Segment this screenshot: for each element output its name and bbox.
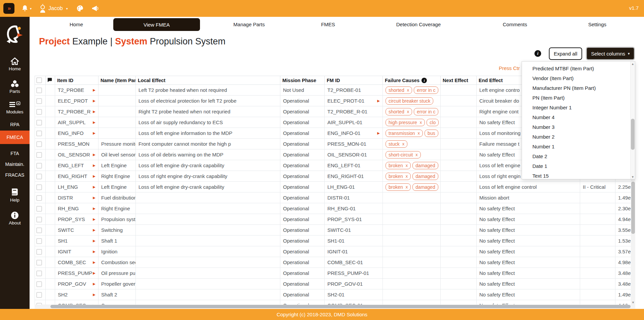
failure-cause-tag[interactable]: error in c: [414, 86, 438, 94]
tab-comments[interactable]: Comments: [503, 22, 527, 27]
announcements-button[interactable]: [91, 4, 100, 12]
row-checkbox[interactable]: [36, 260, 42, 265]
row-checkbox[interactable]: [36, 109, 42, 115]
expand-row-icon[interactable]: ▶: [93, 185, 95, 189]
sidebar-item-fta[interactable]: FTA: [0, 151, 30, 156]
dropdown-scrollbar-thumb[interactable]: [631, 119, 635, 150]
failure-cause-tag[interactable]: brokenx: [386, 162, 411, 169]
col-header-fm-id[interactable]: FM ID: [325, 76, 383, 85]
tab-view-fmea[interactable]: View FMEA: [113, 18, 200, 31]
column-option[interactable]: Number 4: [522, 112, 630, 122]
expand-row-icon[interactable]: ▶: [93, 174, 95, 178]
failure-cause-tag[interactable]: stuckx: [386, 140, 407, 148]
failure-cause-tag[interactable]: clo: [427, 119, 439, 126]
failure-cause-tag[interactable]: shortedx: [386, 108, 412, 115]
row-checkbox[interactable]: [36, 249, 42, 255]
expand-row-icon[interactable]: ▶: [93, 164, 95, 167]
tab-fmes[interactable]: FMES: [321, 22, 335, 27]
user-menu[interactable]: Jacob ▾: [39, 4, 68, 13]
expand-row-icon[interactable]: ▶: [93, 239, 95, 243]
row-checkbox[interactable]: [36, 174, 42, 179]
col-header-failure-causes[interactable]: Failure Causes i: [383, 76, 441, 85]
dropdown-scrollbar[interactable]: ▲ ▼: [630, 62, 635, 179]
remove-tag-icon[interactable]: x: [406, 163, 408, 168]
row-checkbox[interactable]: [36, 141, 42, 147]
row-checkbox[interactable]: [36, 152, 42, 158]
horizontal-scrollbar[interactable]: [35, 305, 635, 309]
row-checkbox[interactable]: [36, 120, 42, 126]
col-header-name[interactable]: Name (Item Part): [98, 76, 136, 85]
row-checkbox[interactable]: [36, 292, 42, 298]
sidebar-item-rpa[interactable]: RPA: [0, 122, 30, 127]
notifications-button[interactable]: ▾: [21, 4, 32, 12]
remove-tag-icon[interactable]: x: [407, 87, 409, 93]
expand-row-icon[interactable]: ▶: [93, 293, 95, 296]
expand-row-icon[interactable]: ▶: [93, 99, 95, 103]
column-option[interactable]: Date 2: [522, 151, 630, 161]
sidebar-item-modules[interactable]: Modules: [0, 101, 30, 114]
expand-row-icon[interactable]: ▶: [93, 217, 95, 221]
expand-row-icon[interactable]: ▶: [93, 260, 95, 264]
column-option[interactable]: Number 1: [522, 142, 630, 151]
row-checkbox[interactable]: [36, 195, 42, 201]
column-option[interactable]: PN (Item Part): [522, 93, 630, 103]
scroll-down-icon[interactable]: ▼: [631, 300, 635, 305]
failure-cause-tag[interactable]: circuit breaker stuck: [386, 97, 433, 105]
column-option[interactable]: Date 1: [522, 161, 630, 171]
remove-tag-icon[interactable]: x: [407, 109, 409, 114]
column-option[interactable]: Manufacturer PN (Item Part): [522, 83, 630, 93]
failure-cause-tag[interactable]: brokenx: [386, 183, 411, 191]
expand-row-icon[interactable]: ▶: [93, 207, 95, 210]
expand-row-icon[interactable]: ▶: [93, 228, 95, 232]
expand-row-icon[interactable]: ▶: [93, 110, 95, 113]
column-option[interactable]: Number 2: [522, 132, 630, 142]
failure-cause-tag[interactable]: shortedx: [386, 86, 412, 94]
row-checkbox[interactable]: [36, 131, 42, 136]
failure-cause-tag[interactable]: transmissionx: [386, 130, 423, 137]
expand-row-icon[interactable]: ▶: [93, 271, 95, 275]
info-icon[interactable]: i: [421, 78, 427, 83]
sidebar-item-fracas[interactable]: FRACAS: [0, 172, 30, 178]
app-logo[interactable]: [5, 24, 24, 46]
row-checkbox[interactable]: [36, 238, 42, 244]
sidebar-item-home[interactable]: Home: [0, 57, 30, 71]
remove-tag-icon[interactable]: x: [420, 120, 422, 125]
sidebar-item-about[interactable]: About: [0, 211, 30, 225]
horizontal-scrollbar-thumb[interactable]: [50, 305, 631, 308]
expand-row-icon[interactable]: ▶: [93, 88, 95, 92]
row-checkbox[interactable]: [36, 271, 42, 276]
row-checkbox[interactable]: [36, 206, 42, 212]
column-option[interactable]: Number 3: [522, 122, 630, 132]
select-columns-button[interactable]: Select columns ▾: [586, 47, 635, 60]
expand-fm-icon[interactable]: ▶: [377, 131, 380, 135]
row-checkbox[interactable]: [36, 87, 42, 93]
tab-home[interactable]: Home: [70, 22, 83, 27]
sidebar-collapse-button[interactable]: »: [3, 3, 14, 14]
col-header-mission-phase[interactable]: Mission Phase: [280, 76, 325, 85]
remove-tag-icon[interactable]: x: [402, 141, 405, 146]
sidebar-item-parts[interactable]: Parts: [0, 80, 30, 94]
failure-cause-tag[interactable]: short-circuitx: [386, 151, 421, 158]
failure-cause-tag[interactable]: error in c: [414, 108, 438, 115]
expand-row-icon[interactable]: ▶: [93, 196, 95, 200]
select-all-checkbox[interactable]: [36, 77, 42, 83]
row-checkbox[interactable]: [36, 98, 42, 104]
remove-tag-icon[interactable]: x: [406, 184, 408, 189]
col-header-local-effect[interactable]: Local Effect: [136, 76, 280, 85]
tab-manage-parts[interactable]: Manage Parts: [233, 22, 265, 27]
sidebar-item-fmeca[interactable]: FMECA: [0, 131, 30, 144]
remove-tag-icon[interactable]: x: [418, 131, 420, 136]
expand-row-icon[interactable]: ▶: [93, 282, 95, 286]
failure-cause-tag[interactable]: damaged: [412, 173, 438, 180]
expand-row-icon[interactable]: ▶: [93, 120, 95, 124]
sidebar-item-help[interactable]: Help: [0, 188, 30, 203]
expand-row-icon[interactable]: ▶: [93, 131, 95, 135]
expand-all-button[interactable]: Expand all: [549, 47, 582, 60]
scroll-down-icon[interactable]: ▼: [631, 175, 635, 179]
column-option[interactable]: Text 15: [522, 171, 630, 179]
failure-cause-tag[interactable]: bus: [425, 130, 438, 137]
info-icon[interactable]: i: [534, 50, 541, 57]
column-option[interactable]: Predicted MTBF (Item Part): [522, 64, 630, 73]
column-option[interactable]: Integer Number 1: [522, 103, 630, 112]
col-header-next-effect[interactable]: Next Effect: [441, 76, 477, 85]
